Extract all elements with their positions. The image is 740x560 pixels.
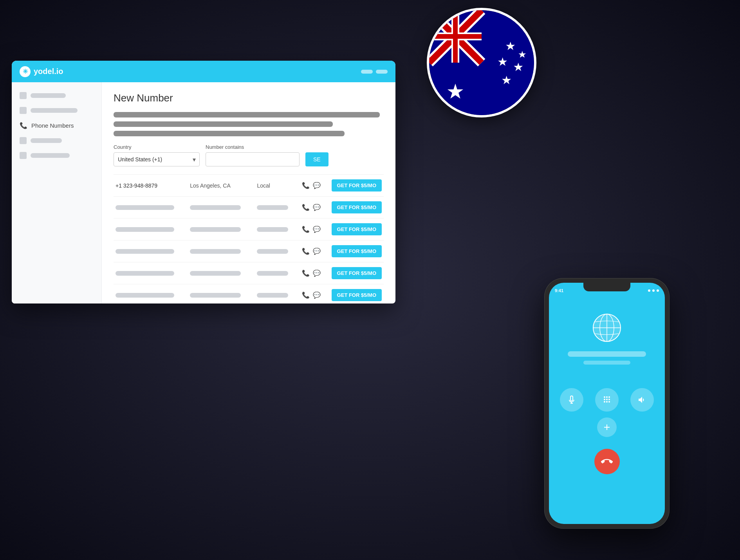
svg-point-23 xyxy=(604,399,605,400)
phone-notch xyxy=(583,283,630,291)
desc-placeholder-2 xyxy=(114,121,333,127)
feature-icons: 📞 💬 xyxy=(302,182,332,189)
sidebar-placeholder-4 xyxy=(31,153,70,158)
sidebar-icon-placeholder-1 xyxy=(20,92,27,99)
svg-point-28 xyxy=(608,401,610,403)
row-placeholder xyxy=(190,249,241,254)
number-contains-input[interactable] xyxy=(206,152,300,166)
svg-point-26 xyxy=(604,401,605,403)
mute-button[interactable] xyxy=(560,388,583,412)
call-icon: 📞 xyxy=(302,247,310,255)
keypad-button[interactable] xyxy=(595,388,619,412)
sidebar-placeholder-2 xyxy=(31,108,78,113)
yodel-logo: ✳ yodel.io xyxy=(20,66,63,77)
number-cell: +1 323-948-8879 xyxy=(116,182,190,189)
caller-number-placeholder xyxy=(583,361,630,365)
row-placeholder xyxy=(116,205,174,210)
phone-mockup: 9:41 xyxy=(544,278,670,529)
page-title: New Number xyxy=(114,92,384,104)
phone-icon: 📞 xyxy=(20,122,27,129)
table-row: 📞 💬 GET FOR $5/MO xyxy=(114,197,384,219)
message-icon: 💬 xyxy=(313,247,321,255)
sidebar-item-4 xyxy=(12,148,101,163)
sidebar-item-2 xyxy=(12,103,101,118)
caller-name-placeholder xyxy=(568,351,646,357)
add-call-button[interactable] xyxy=(597,417,617,437)
main-content: New Number Country United States (+1) xyxy=(102,82,395,303)
sidebar-icon-placeholder-4 xyxy=(20,152,27,159)
message-icon: 💬 xyxy=(313,204,321,211)
logo-symbol: ✳ xyxy=(20,66,31,77)
status-indicators xyxy=(648,289,659,292)
message-icon: 💬 xyxy=(313,182,321,189)
sidebar-item-1 xyxy=(12,88,101,103)
message-icon: 💬 xyxy=(313,269,321,277)
browser-window: ✳ yodel.io 📞 Phone Numbers xyxy=(12,61,395,303)
get-number-button-3[interactable]: GET FOR $5/MO xyxy=(332,245,382,257)
sidebar-placeholder-1 xyxy=(31,93,66,98)
sidebar-item-3 xyxy=(12,133,101,148)
svg-point-20 xyxy=(604,396,605,398)
svg-point-22 xyxy=(608,396,610,398)
sidebar: 📞 Phone Numbers xyxy=(12,82,102,303)
end-call-button[interactable] xyxy=(594,449,620,474)
filter-row: Country United States (+1) Number contai… xyxy=(114,144,384,166)
table-row: +1 323-948-8879 Los Angeles, CA Local 📞 … xyxy=(114,174,384,197)
feature-icons: 📞 💬 xyxy=(302,226,332,233)
row-placeholder xyxy=(190,293,241,298)
desc-placeholder-1 xyxy=(114,112,380,117)
row-placeholder xyxy=(257,227,288,232)
table-row: 📞 💬 GET FOR $5/MO xyxy=(114,284,384,303)
phone-controls xyxy=(560,388,654,412)
phone-screen: 9:41 xyxy=(549,283,665,524)
svg-point-25 xyxy=(608,399,610,400)
row-placeholder xyxy=(257,271,288,276)
browser-controls xyxy=(361,70,388,74)
table-row: 📞 💬 GET FOR $5/MO xyxy=(114,240,384,262)
country-select[interactable]: United States (+1) xyxy=(114,152,200,166)
sidebar-icon-placeholder-2 xyxy=(20,107,27,114)
row-placeholder xyxy=(116,249,174,254)
signal-dot-1 xyxy=(648,289,650,292)
feature-icons: 📞 💬 xyxy=(302,269,332,277)
number-contains-group: Number contains xyxy=(206,144,300,166)
speaker-button[interactable] xyxy=(630,388,654,412)
phone-call-area xyxy=(549,296,665,524)
get-number-button-5[interactable]: GET FOR $5/MO xyxy=(332,289,382,301)
browser-control-1 xyxy=(361,70,373,74)
row-placeholder xyxy=(190,205,241,210)
search-button[interactable]: SE xyxy=(305,152,328,166)
australia-flag xyxy=(427,8,536,117)
get-number-button-1[interactable]: GET FOR $5/MO xyxy=(332,201,382,213)
call-icon: 📞 xyxy=(302,269,310,277)
browser-control-2 xyxy=(376,70,388,74)
table-row: 📞 💬 GET FOR $5/MO xyxy=(114,219,384,240)
get-number-button-4[interactable]: GET FOR $5/MO xyxy=(332,267,382,279)
desc-placeholder-3 xyxy=(114,131,345,136)
phone-numbers-label: Phone Numbers xyxy=(31,122,74,129)
get-number-button-0[interactable]: GET FOR $5/MO xyxy=(332,179,382,191)
signal-dot-2 xyxy=(652,289,655,292)
message-icon: 💬 xyxy=(313,291,321,299)
feature-icons: 📞 💬 xyxy=(302,291,332,299)
get-btn-col: GET FOR $5/MO xyxy=(332,179,382,191)
sidebar-item-phone-numbers[interactable]: 📞 Phone Numbers xyxy=(12,118,101,133)
globe-icon xyxy=(591,312,623,343)
row-placeholder xyxy=(257,293,288,298)
location-cell: Los Angeles, CA xyxy=(190,182,257,189)
country-select-wrapper[interactable]: United States (+1) xyxy=(114,152,200,166)
svg-rect-9 xyxy=(429,34,482,39)
browser-body: 📞 Phone Numbers New Number xyxy=(12,82,395,303)
content-description xyxy=(114,112,384,136)
country-label: Country xyxy=(114,144,200,150)
feature-icons: 📞 💬 xyxy=(302,247,332,255)
row-placeholder xyxy=(116,293,174,298)
get-number-button-2[interactable]: GET FOR $5/MO xyxy=(332,223,382,235)
message-icon: 💬 xyxy=(313,226,321,233)
signal-dot-3 xyxy=(657,289,659,292)
call-icon: 📞 xyxy=(302,204,310,211)
call-icon: 📞 xyxy=(302,182,310,189)
row-placeholder xyxy=(116,227,174,232)
type-cell: Local xyxy=(257,182,301,189)
feature-icons: 📞 💬 xyxy=(302,204,332,211)
